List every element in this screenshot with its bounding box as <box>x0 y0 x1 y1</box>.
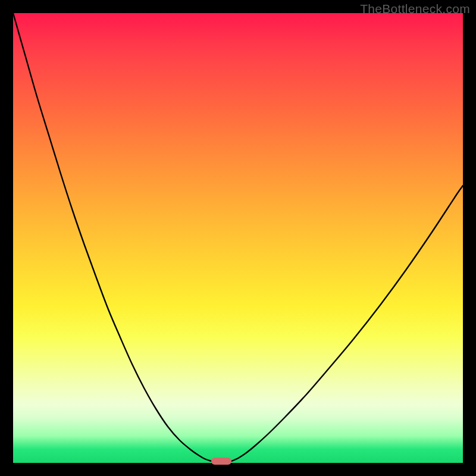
curve-layer <box>13 13 463 463</box>
curve-right-branch <box>231 186 463 461</box>
curve-left-branch <box>13 13 212 461</box>
plot-area <box>13 13 463 463</box>
watermark-text: TheBottleneck.com <box>360 2 470 16</box>
bottleneck-marker <box>211 458 231 465</box>
